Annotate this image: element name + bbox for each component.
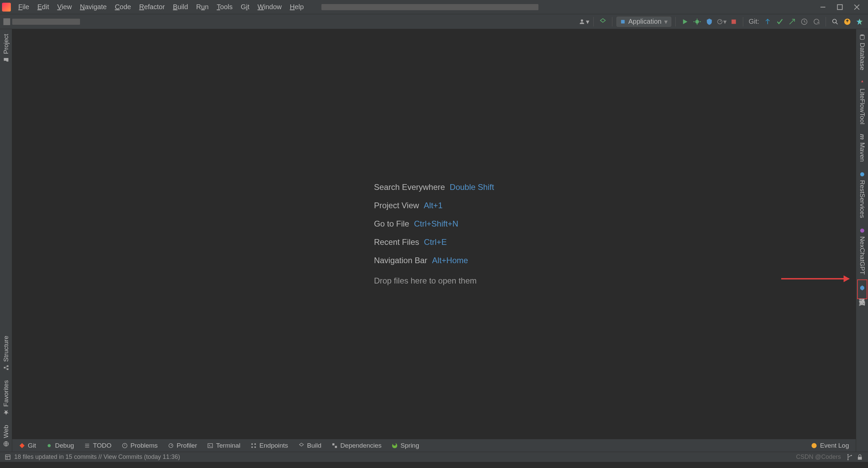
svg-point-23: [812, 443, 817, 448]
lock-icon[interactable]: [856, 454, 863, 461]
profiler-panel[interactable]: Profiler: [168, 442, 197, 449]
svg-rect-0: [837, 4, 842, 9]
project-tab-label: Project: [2, 34, 10, 54]
svg-rect-16: [208, 444, 213, 448]
svg-point-20: [254, 446, 256, 448]
event-log-panel[interactable]: Event Log: [811, 442, 849, 449]
git-panel[interactable]: Git: [19, 442, 36, 449]
profile-button[interactable]: ▾: [716, 17, 727, 27]
bottom-tool-bar: Git Debug TODO Problems Profiler Termina…: [12, 439, 856, 452]
favorites-tab[interactable]: Favorites: [2, 375, 10, 420]
liteflow-tab[interactable]: LiteFlowTool: [859, 75, 866, 129]
hint-search-everywhere: Search EverywhereDouble Shift: [374, 182, 494, 192]
hint-recent-files: Recent FilesCtrl+E: [374, 237, 494, 247]
svg-point-17: [251, 443, 253, 445]
web-tab-label: Web: [2, 425, 10, 438]
menu-git[interactable]: Git: [237, 0, 254, 14]
hint-project-view: Project ViewAlt+1: [374, 201, 494, 210]
status-message[interactable]: 18 files updated in 15 commits // View C…: [14, 453, 180, 461]
menu-build[interactable]: Build: [169, 0, 192, 14]
search-icon[interactable]: [830, 17, 840, 27]
run-button[interactable]: [680, 17, 690, 27]
svg-rect-27: [5, 455, 10, 460]
svg-rect-11: [4, 367, 5, 369]
welcome-screen: Search EverywhereDouble Shift Project Vi…: [12, 29, 856, 439]
ide-update-icon[interactable]: [842, 17, 852, 27]
restservices-tab[interactable]: RestServices: [859, 167, 866, 223]
nexchatgpt-tab[interactable]: NexChatGPT: [859, 223, 866, 279]
menu-file[interactable]: File: [14, 0, 33, 14]
menu-window[interactable]: Window: [254, 0, 286, 14]
coverage-button[interactable]: [704, 17, 714, 27]
maximize-button[interactable]: [831, 0, 848, 14]
menu-view[interactable]: View: [53, 0, 76, 14]
svg-point-28: [847, 454, 848, 455]
svg-point-19: [251, 446, 253, 448]
menu-code[interactable]: Code: [111, 0, 135, 14]
svg-point-13: [48, 444, 51, 447]
build-panel[interactable]: Build: [298, 442, 321, 449]
debug-panel[interactable]: Debug: [46, 442, 74, 449]
menu-refactor[interactable]: Refactor: [135, 0, 169, 14]
svg-rect-10: [7, 365, 8, 367]
svg-rect-9: [7, 368, 8, 370]
menu-help[interactable]: Help: [286, 0, 308, 14]
structure-tab-label: Structure: [2, 336, 10, 362]
spring-panel[interactable]: Spring: [392, 442, 419, 449]
svg-point-18: [254, 443, 256, 445]
ai-assistant-icon[interactable]: [854, 17, 865, 27]
menu-edit[interactable]: Edit: [33, 0, 53, 14]
left-tool-strip: Project Structure Favorites Web: [0, 29, 12, 452]
run-config-label: Application: [628, 18, 662, 25]
menu-navigate[interactable]: Navigate: [76, 0, 111, 14]
svg-point-25: [860, 172, 864, 176]
add-user-icon[interactable]: ▾: [579, 17, 589, 27]
menu-run[interactable]: Run: [192, 0, 213, 14]
dependencies-panel[interactable]: Dependencies: [332, 442, 381, 449]
navbar: ▾ Application ▾ ▾ Git:: [0, 14, 868, 29]
git-commit-icon[interactable]: [775, 17, 785, 27]
svg-rect-2: [621, 20, 625, 23]
build-icon[interactable]: [598, 17, 608, 27]
todo-panel[interactable]: TODO: [84, 442, 112, 449]
app-icon: [2, 3, 11, 12]
watermark: CSDN @Coders: [796, 453, 841, 461]
svg-point-24: [860, 35, 864, 36]
database-tab[interactable]: Database: [859, 29, 866, 75]
git-update-icon[interactable]: [763, 17, 773, 27]
project-tab[interactable]: Project: [2, 29, 10, 67]
terminal-panel[interactable]: Terminal: [207, 442, 240, 449]
svg-point-3: [695, 20, 699, 23]
hint-list: Search EverywhereDouble Shift Project Vi…: [374, 182, 494, 286]
debug-button[interactable]: [692, 17, 702, 27]
svg-point-26: [860, 229, 864, 233]
menu-tools[interactable]: Tools: [213, 0, 237, 14]
minimize-button[interactable]: [814, 0, 831, 14]
hint-navigation-bar: Navigation BarAlt+Home: [374, 256, 494, 265]
status-bar: 18 files updated in 15 commits // View C…: [0, 452, 868, 462]
git-label: Git:: [749, 18, 759, 25]
svg-rect-31: [858, 457, 862, 460]
main-toolbar: ▾ Application ▾ ▾ Git:: [579, 17, 865, 27]
maven-tab[interactable]: mMaven: [859, 129, 866, 167]
close-button[interactable]: [848, 0, 865, 14]
svg-point-30: [847, 459, 848, 460]
git-rollback-icon[interactable]: [811, 17, 822, 27]
run-config-selector[interactable]: Application ▾: [616, 17, 671, 27]
breadcrumb-icon: [3, 18, 10, 25]
tongyi-tab[interactable]: 通义灵码: [857, 279, 867, 299]
stop-button[interactable]: [729, 17, 739, 27]
hint-go-to-file: Go to FileCtrl+Shift+N: [374, 219, 494, 229]
problems-panel[interactable]: Problems: [122, 442, 158, 449]
tool-windows-icon[interactable]: [5, 454, 11, 460]
git-history-icon[interactable]: [799, 17, 809, 27]
menubar: File Edit View Navigate Code Refactor Bu…: [0, 0, 868, 14]
branch-icon[interactable]: [846, 454, 853, 461]
editor-area[interactable]: Search EverywhereDouble Shift Project Vi…: [12, 29, 856, 452]
web-tab[interactable]: Web: [2, 420, 10, 452]
svg-rect-22: [335, 446, 337, 448]
endpoints-panel[interactable]: Endpoints: [251, 442, 288, 449]
git-push-icon[interactable]: [787, 17, 797, 27]
structure-tab[interactable]: Structure: [2, 331, 10, 375]
breadcrumb-redacted[interactable]: [12, 19, 80, 25]
